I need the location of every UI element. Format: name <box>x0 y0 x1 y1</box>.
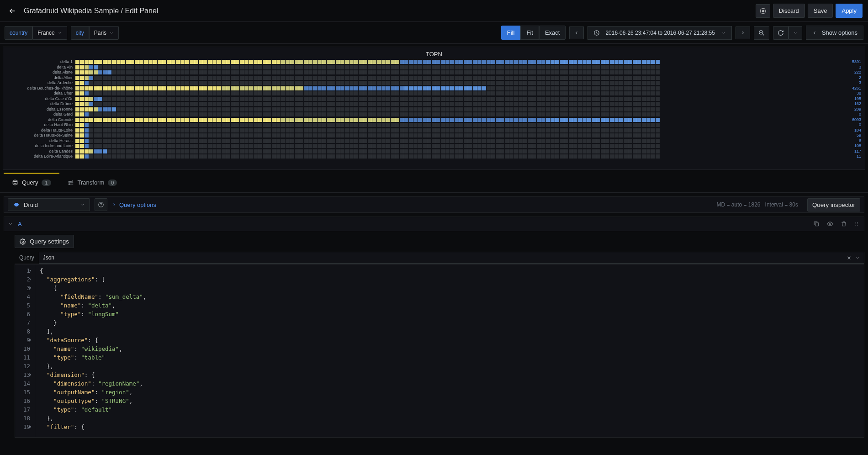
svg-point-14 <box>857 225 858 226</box>
refresh-group <box>773 26 802 40</box>
editor-query-label: Query <box>15 252 39 264</box>
query-settings-row: Query settings <box>15 235 864 248</box>
refresh-button[interactable] <box>773 26 789 40</box>
svg-rect-7 <box>815 223 819 226</box>
var-country-select[interactable]: France <box>32 26 67 40</box>
var-city-select[interactable]: Paris <box>89 26 119 40</box>
drag-query-icon[interactable] <box>853 221 860 227</box>
toggle-query-icon[interactable] <box>826 221 835 227</box>
save-button[interactable]: Save <box>808 4 833 18</box>
svg-point-13 <box>856 225 857 226</box>
tab-transform[interactable]: Transform 0 <box>59 173 126 192</box>
tab-transform-label: Transform <box>78 179 105 186</box>
query-options-toggle[interactable]: Query options <box>112 201 156 208</box>
tab-transform-count: 0 <box>108 180 117 186</box>
query-meta-md: MD = auto = 1826 <box>716 201 760 208</box>
svg-point-4 <box>72 180 73 181</box>
fit-button[interactable]: Fit <box>520 26 539 40</box>
toolbar: country France city Paris Fill Fit Exact… <box>0 22 868 44</box>
back-icon[interactable] <box>5 4 19 18</box>
time-range-picker[interactable]: 2016-06-26 23:47:04 to 2016-06-27 21:28:… <box>587 26 732 40</box>
apply-button[interactable]: Apply <box>836 4 863 18</box>
code-editor[interactable]: 12345678910111213141516171819 { "aggrega… <box>15 264 864 438</box>
datasource-select[interactable]: Druid <box>8 198 90 211</box>
datasource-help-button[interactable] <box>95 198 107 211</box>
chevron-down-icon[interactable] <box>855 255 860 260</box>
var-city-label: city <box>71 26 89 40</box>
page-header: Grafadruid Wikipedia Sample / Edit Panel… <box>0 0 868 22</box>
panel-visualization: TOPN delta 1delta Aindelta Aisnedelta Al… <box>3 47 865 170</box>
editor-format-field[interactable]: Json <box>39 252 864 264</box>
svg-point-8 <box>829 223 831 225</box>
exact-button[interactable]: Exact <box>539 26 566 40</box>
time-prev-button[interactable] <box>569 26 584 39</box>
fill-button[interactable]: Fill <box>501 26 521 40</box>
svg-point-12 <box>857 223 858 224</box>
query-options-bar: Druid Query options MD = auto = 1826 Int… <box>4 196 864 213</box>
time-next-button[interactable] <box>736 26 750 39</box>
svg-point-9 <box>856 222 857 223</box>
svg-point-15 <box>22 241 24 243</box>
table-view-group: Fill Fit Exact <box>501 26 566 40</box>
discard-button[interactable]: Discard <box>773 4 805 18</box>
query-meta-interval: Interval = 30s <box>765 201 798 208</box>
duplicate-query-icon[interactable] <box>812 221 821 227</box>
svg-point-5 <box>69 183 69 184</box>
refresh-interval-button[interactable] <box>789 26 802 40</box>
query-ref-id[interactable]: A <box>18 221 22 228</box>
tab-query-label: Query <box>22 179 38 186</box>
viz-series-values: 589132222-342613819516220906093010459-61… <box>834 59 861 159</box>
viz-grid <box>75 59 834 159</box>
viz-series-labels: delta 1delta Aindelta Aisnedelta Allierd… <box>7 59 75 159</box>
show-options-button[interactable]: Show options <box>806 26 863 40</box>
settings-button[interactable] <box>756 4 770 18</box>
svg-point-0 <box>762 10 764 12</box>
svg-point-11 <box>856 223 857 224</box>
svg-point-3 <box>13 180 17 182</box>
editor-header: Query Json <box>15 252 864 264</box>
tab-query-count: 1 <box>42 180 51 186</box>
delete-query-icon[interactable] <box>839 221 848 227</box>
panel-title: TOPN <box>3 47 865 59</box>
query-inspector-button[interactable]: Query inspector <box>807 198 860 212</box>
svg-point-10 <box>857 222 858 223</box>
query-row-header: A <box>4 217 864 231</box>
query-settings-button[interactable]: Query settings <box>15 235 74 248</box>
query-tabs: Query 1 Transform 0 <box>0 173 868 193</box>
clear-icon[interactable] <box>847 255 852 260</box>
tab-query[interactable]: Query 1 <box>4 173 59 192</box>
var-country-label: country <box>5 26 32 40</box>
chevron-down-icon[interactable] <box>8 221 13 227</box>
breadcrumb: Grafadruid Wikipedia Sample / Edit Panel <box>24 7 158 15</box>
zoom-out-button[interactable] <box>754 26 769 40</box>
